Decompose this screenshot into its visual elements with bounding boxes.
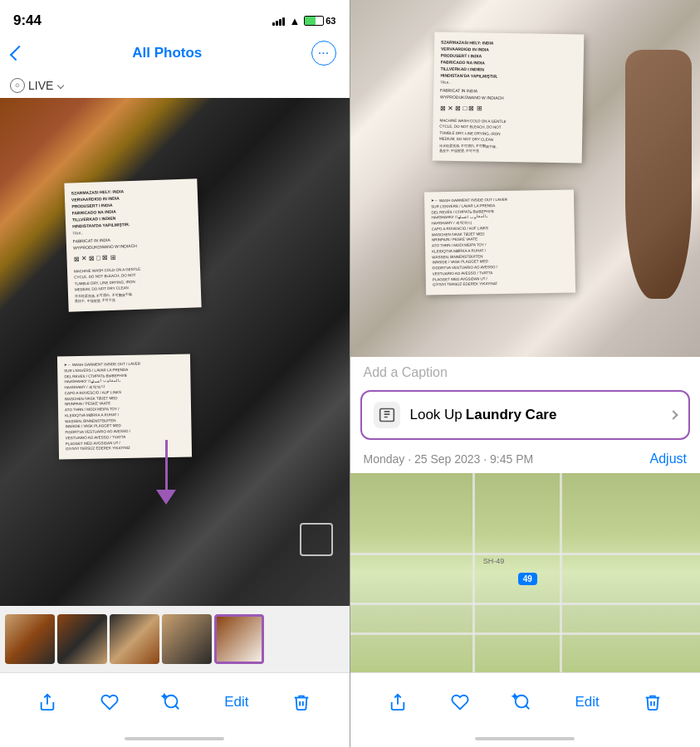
right-share-button[interactable] <box>389 693 407 711</box>
thumbnail-strip <box>0 606 350 672</box>
date-row: Monday · 25 Sep 2023 · 9:45 PM Adjust <box>350 445 701 473</box>
right-bottom-toolbar: ✦ Edit <box>350 672 701 730</box>
signal-icon <box>272 16 285 26</box>
more-button[interactable]: ··· <box>311 41 336 66</box>
lookup-chevron-icon <box>668 410 678 419</box>
lookup-label-bold: Laundry Care <box>466 407 557 423</box>
live-circle-icon: ⊙ <box>10 78 25 93</box>
map-route-sign: 49 <box>518 573 537 585</box>
right-like-button[interactable] <box>451 693 469 711</box>
map-label-sh49: SH-49 <box>483 557 505 565</box>
map-road-v1 <box>472 473 475 672</box>
thumbnail-4[interactable] <box>162 614 212 664</box>
care-icons-row: ⊠ ✕ ⊠ □ ⊠ ⊞ <box>73 251 193 266</box>
battery-text: 63 <box>326 16 335 26</box>
live-label: LIVE <box>28 79 53 92</box>
like-button[interactable] <box>100 693 119 711</box>
edit-label: Edit <box>224 694 248 710</box>
map-road-h1 <box>350 553 701 555</box>
thumbnail-3[interactable] <box>110 614 159 664</box>
hand-overlay <box>625 50 692 299</box>
map-area: SH-49 49 <box>350 473 701 672</box>
home-indicator <box>0 730 350 747</box>
scan-frame-icon <box>300 523 333 556</box>
live-chevron-icon <box>57 82 64 89</box>
right-home-indicator <box>350 730 701 747</box>
edit-button[interactable]: Edit <box>224 694 248 710</box>
thumbnail-1[interactable] <box>5 614 55 664</box>
lookup-label-normal: Look Up <box>410 407 463 423</box>
back-chevron-icon <box>10 46 25 61</box>
thumbnail-2[interactable] <box>57 614 107 664</box>
bottom-toolbar: ✦ Edit <box>0 672 350 730</box>
right-edit-button[interactable]: Edit <box>575 694 599 710</box>
lookup-card-icon <box>374 402 400 428</box>
main-photo: SZARMAZASI HELY: INDIAVERVAARDIGD IN IND… <box>0 98 350 606</box>
left-panel: 9:44 ▲ 63 All Photos ··· ⊙ LIVE <box>0 0 350 747</box>
right-delete-button[interactable] <box>644 693 662 711</box>
map-road-h2 <box>350 603 701 605</box>
map-background: SH-49 49 <box>350 473 701 672</box>
more-icon: ··· <box>318 46 329 61</box>
back-button[interactable] <box>13 46 23 60</box>
right-edit-label: Edit <box>575 694 599 710</box>
right-clothing-label-2: ➤← WASH GARMENT INSIDE OUT / LAVER SUR L… <box>423 189 575 295</box>
delete-button[interactable] <box>292 693 311 711</box>
right-visual-lookup-button[interactable]: ✦ <box>513 693 531 711</box>
right-sparkle-icon: ✦ <box>510 690 520 703</box>
wifi-icon: ▲ <box>289 15 300 27</box>
nav-title: All Photos <box>132 45 202 61</box>
status-icons: ▲ 63 <box>272 15 335 27</box>
clothing-label-1: SZARMAZASI HELY: INDIAVERVAARDIGD IN IND… <box>64 178 201 311</box>
live-bar[interactable]: ⊙ LIVE <box>0 73 350 98</box>
adjust-button[interactable]: Adjust <box>650 452 687 466</box>
map-road-h3 <box>350 632 701 635</box>
caption-placeholder[interactable]: Add a Caption <box>364 365 448 379</box>
status-bar: 9:44 ▲ 63 <box>0 0 350 37</box>
status-time: 9:44 <box>13 12 42 29</box>
nav-bar: All Photos ··· <box>0 37 350 73</box>
right-photo: SZARMAZASI HELY: INDIAVERVAARDIGD IN IND… <box>350 0 701 357</box>
map-road-v2 <box>560 473 562 672</box>
caption-area[interactable]: Add a Caption <box>350 357 701 385</box>
lookup-text: Look Up Laundry Care <box>410 407 658 423</box>
lookup-card[interactable]: Look Up Laundry Care <box>360 390 691 440</box>
right-clothing-label-1: SZARMAZASI HELY: INDIAVERVAARDIGD IN IND… <box>432 32 584 163</box>
photo-content: SZARMAZASI HELY: INDIAVERVAARDIGD IN IND… <box>0 98 350 606</box>
right-photo-content: SZARMAZASI HELY: INDIAVERVAARDIGD IN IND… <box>350 0 701 357</box>
right-panel: SZARMAZASI HELY: INDIAVERVAARDIGD IN IND… <box>350 0 701 747</box>
share-button[interactable] <box>38 693 56 711</box>
sparkle-icon: ✦ <box>159 690 169 703</box>
visual-lookup-button[interactable]: ✦ <box>163 693 181 711</box>
right-care-icons-row: ⊠ ✕ ⊠ □ ⊠ ⊞ <box>439 104 575 117</box>
thumbnail-5-selected[interactable] <box>214 614 264 664</box>
battery-icon: 63 <box>304 16 335 26</box>
arrow-indicator <box>149 440 183 506</box>
photo-date: Monday · 25 Sep 2023 · 9:45 PM <box>364 452 534 466</box>
